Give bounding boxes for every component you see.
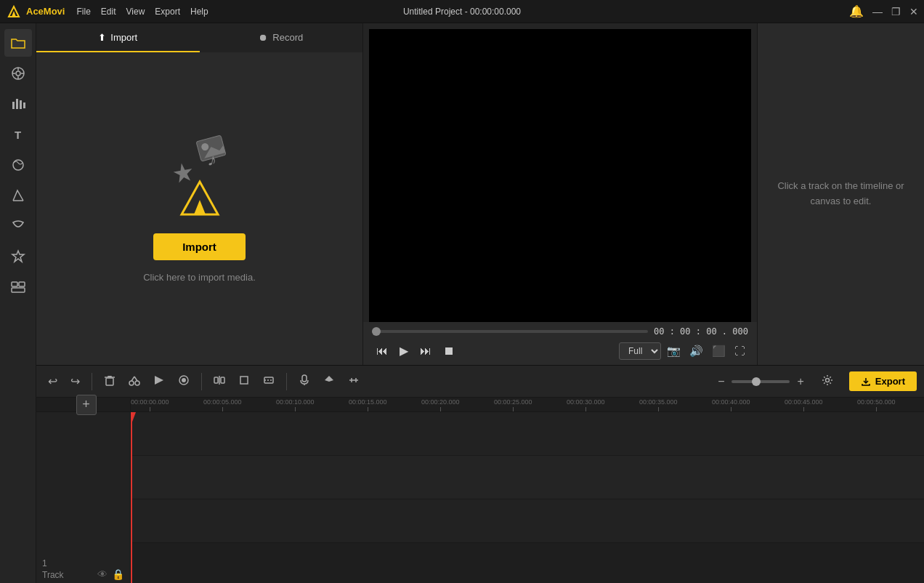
record-clip-button[interactable] (174, 371, 194, 392)
progress-bar-container: 00 : 00 : 00 . 000 (372, 326, 748, 337)
main-layout: T (0, 23, 924, 583)
svg-rect-17 (12, 288, 25, 292)
cut-button[interactable] (124, 371, 145, 392)
menu-file[interactable]: File (76, 7, 90, 17)
minimize-button[interactable]: — (872, 6, 883, 17)
app-logo: AceMovi (6, 4, 65, 20)
window-controls: 🔔 — ❐ ✕ (849, 4, 918, 18)
silence-button[interactable] (344, 371, 364, 392)
ruler-mark-6: 00:00:30.000 (567, 398, 605, 411)
tracks-container: 6 (131, 412, 924, 583)
sidebar-item-effects[interactable] (4, 60, 32, 87)
menu-view[interactable]: View (126, 7, 145, 17)
preview-controls: 00 : 00 : 00 . 000 ⏮ ▶ ⏭ ⏹ Full 1/2 1/4 … (363, 322, 757, 365)
preview-panel: 00 : 00 : 00 . 000 ⏮ ▶ ⏭ ⏹ Full 1/2 1/4 … (363, 23, 757, 365)
screenshot-button[interactable]: 📷 (664, 342, 684, 361)
play-button[interactable]: ▶ (395, 341, 413, 361)
toolbar-separator-3 (286, 373, 287, 390)
ruler-mark-5: 00:00:25.000 (494, 398, 532, 411)
volume-button[interactable]: 🔊 (686, 342, 706, 361)
ruler-mark-4: 00:00:20.000 (421, 398, 460, 411)
sidebar-item-favorites[interactable] (4, 243, 32, 270)
track-visibility-icon[interactable]: 👁 (97, 568, 108, 580)
ruler-mark-8: 00:00:40.000 (712, 398, 750, 411)
filters-icon (10, 218, 26, 234)
audio-icon (10, 96, 26, 112)
svg-point-47 (825, 378, 829, 382)
marker-button[interactable] (319, 371, 339, 392)
timeline-content: + 1 Track 👁 🔒 (36, 398, 924, 583)
rewind-button[interactable]: ⏮ (372, 342, 392, 361)
toolbar-separator-1 (92, 373, 92, 390)
progress-thumb[interactable] (372, 327, 381, 336)
playhead[interactable]: 6 (131, 412, 132, 583)
zoom-slider[interactable] (732, 380, 790, 383)
sidebar-item-split[interactable] (4, 273, 32, 301)
pip-button[interactable]: ⬛ (709, 342, 729, 361)
menu-export[interactable]: Export (155, 7, 180, 17)
speed-button[interactable] (149, 371, 169, 392)
tab-import[interactable]: ⬆ Import (36, 23, 200, 52)
sidebar-item-media[interactable] (4, 29, 32, 57)
progress-track[interactable] (372, 330, 648, 333)
sidebar-item-filters[interactable] (4, 212, 32, 240)
notification-icon[interactable]: 🔔 (849, 4, 864, 18)
sidebar-item-text[interactable]: T (4, 121, 32, 148)
track-lock-icon[interactable]: 🔒 (112, 568, 124, 580)
redo-button[interactable]: ↪ (66, 371, 84, 391)
timeline-toolbar: ↩ ↪ (36, 366, 924, 398)
svg-line-30 (131, 377, 134, 381)
export-icon (861, 377, 871, 387)
step-forward-button[interactable]: ⏭ (416, 342, 436, 361)
app-name: AceMovi (26, 6, 65, 17)
svg-point-29 (135, 381, 139, 385)
export-label: Export (875, 376, 905, 387)
maximize-button[interactable]: ❐ (891, 6, 901, 17)
import-tab-icon: ⬆ (98, 32, 106, 43)
svg-point-34 (182, 378, 186, 382)
timeline-right: 00:00:00.000 00:00:05.000 00:00:10.000 (131, 398, 924, 583)
settings-button[interactable] (817, 371, 838, 392)
svg-point-3 (16, 71, 20, 76)
delete-button[interactable] (100, 371, 120, 392)
star-icon (10, 249, 26, 265)
menu-help[interactable]: Help (190, 7, 208, 17)
zoom-in-button[interactable]: + (793, 372, 808, 391)
detach-audio-button[interactable] (259, 371, 279, 392)
record-tab-label: Record (272, 32, 303, 43)
sidebar-item-transitions[interactable] (4, 182, 32, 209)
export-button[interactable]: Export (849, 371, 917, 391)
svg-line-31 (134, 377, 137, 381)
timeline-area: ↩ ↪ (36, 365, 924, 583)
import-tab-label: Import (110, 32, 137, 43)
fullscreen-button[interactable]: ⛶ (732, 342, 748, 360)
ruler-mark-3: 00:00:15.000 (349, 398, 387, 411)
zoom-out-button[interactable]: − (713, 372, 729, 391)
sidebar-item-elements[interactable] (4, 151, 32, 179)
import-hint: Click here to import media. (143, 272, 256, 283)
folder-icon (10, 35, 26, 51)
svg-rect-36 (214, 377, 218, 383)
mic-button[interactable] (294, 371, 315, 392)
svg-rect-37 (221, 377, 224, 383)
content-area: ⬆ Import ⏺ Record (36, 23, 924, 583)
sidebar-item-audio[interactable] (4, 90, 32, 118)
split-clip-button[interactable] (209, 371, 230, 392)
svg-rect-10 (20, 100, 22, 109)
import-button[interactable]: Import (153, 233, 246, 260)
svg-rect-38 (240, 377, 248, 384)
transitions-icon (10, 188, 26, 204)
close-button[interactable]: ✕ (909, 6, 918, 17)
track-row-3 (131, 499, 924, 543)
preview-screen (369, 29, 751, 322)
effects-icon (10, 65, 26, 81)
tab-record[interactable]: ⏺ Record (200, 23, 363, 52)
ruler-mark-1: 00:00:05.000 (203, 398, 242, 411)
svg-rect-41 (302, 375, 307, 382)
quality-select[interactable]: Full 1/2 1/4 (619, 342, 661, 360)
crop-button[interactable] (234, 371, 254, 392)
menu-edit[interactable]: Edit (101, 7, 116, 17)
stop-button[interactable]: ⏹ (439, 342, 459, 361)
svg-rect-15 (12, 282, 17, 286)
undo-button[interactable]: ↩ (44, 371, 62, 391)
